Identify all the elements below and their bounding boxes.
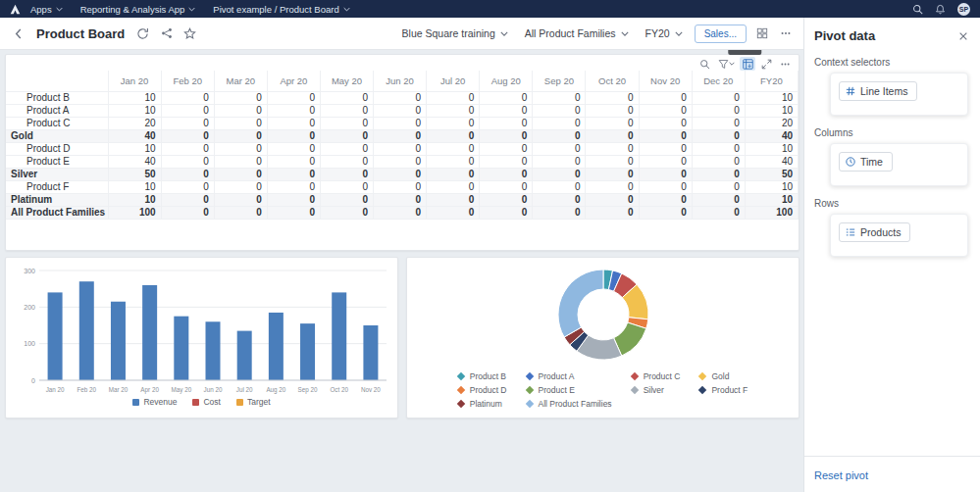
grid-cell[interactable]: 0	[586, 155, 639, 168]
row-header[interactable]: Product A	[6, 104, 108, 117]
grid-cell[interactable]: 0	[374, 155, 427, 168]
grid-cell[interactable]: 0	[320, 117, 373, 129]
grid-cell[interactable]: 0	[320, 104, 373, 117]
grid-cell[interactable]: 0	[692, 168, 745, 180]
grid-cell[interactable]: 0	[692, 206, 745, 219]
legend-item[interactable]: Revenue	[132, 397, 177, 407]
grid-cell[interactable]: 0	[586, 117, 639, 129]
more-icon[interactable]	[777, 25, 794, 42]
grid-cell[interactable]: 0	[427, 206, 480, 219]
grid-cell[interactable]: 0	[161, 180, 214, 193]
grid-cell[interactable]: 0	[161, 168, 214, 180]
column-header[interactable]: Nov 20	[639, 71, 692, 91]
grid-cell[interactable]: 0	[480, 155, 533, 168]
grid-cell[interactable]: 0	[214, 104, 267, 117]
grid-cell[interactable]: 0	[374, 142, 427, 155]
grid-cell[interactable]: 0	[692, 91, 745, 104]
column-header[interactable]: May 20	[320, 71, 373, 91]
grid-cell[interactable]: 40	[108, 155, 161, 168]
grid-cell[interactable]: 20	[108, 117, 161, 129]
grid-cell[interactable]: 0	[267, 91, 320, 104]
grid-cell[interactable]: 0	[320, 206, 373, 219]
grid-cell[interactable]: 10	[108, 91, 161, 104]
grid-cell[interactable]: 0	[374, 104, 427, 117]
legend-item[interactable]: Platinum	[458, 399, 507, 409]
grid-cell[interactable]: 0	[267, 142, 320, 155]
row-header[interactable]: Product E	[6, 155, 108, 168]
grid-cell[interactable]: 0	[427, 129, 480, 142]
grid-cell[interactable]: 10	[745, 91, 798, 104]
legend-item[interactable]: Product F	[699, 385, 748, 395]
grid-cell[interactable]: 0	[586, 129, 639, 142]
grid-cell[interactable]: 0	[480, 193, 533, 206]
grid-cell[interactable]: 0	[214, 142, 267, 155]
grid-cell[interactable]: 0	[586, 168, 639, 180]
grid-cell[interactable]: 0	[214, 155, 267, 168]
grid-cell[interactable]: 0	[374, 168, 427, 180]
grid-cell[interactable]: 0	[533, 104, 586, 117]
grid-cell[interactable]: 0	[427, 91, 480, 104]
rows-dropzone[interactable]: Products	[830, 214, 968, 257]
grid-cell[interactable]: 0	[374, 193, 427, 206]
grid-cell[interactable]: 0	[427, 180, 480, 193]
reset-pivot-link[interactable]: Reset pivot	[814, 469, 868, 481]
grid-cell[interactable]: 0	[533, 129, 586, 142]
grid-cell[interactable]: 0	[692, 155, 745, 168]
grid-cell[interactable]: 0	[427, 117, 480, 129]
legend-item[interactable]: Product C	[632, 371, 681, 381]
more-icon[interactable]	[777, 57, 793, 71]
grid-cell[interactable]: 0	[480, 142, 533, 155]
refresh-icon[interactable]	[134, 25, 151, 42]
column-header[interactable]: Apr 20	[267, 71, 320, 91]
filter-icon[interactable]	[715, 57, 737, 71]
legend-item[interactable]: Product D	[458, 385, 507, 395]
grid-cell[interactable]: 0	[533, 117, 586, 129]
context-selector-products[interactable]: All Product Families	[520, 25, 634, 42]
grid-cell[interactable]: 10	[745, 193, 798, 206]
grid-cell[interactable]: 20	[745, 117, 798, 129]
grid-cell[interactable]: 100	[745, 206, 798, 219]
sales-button[interactable]: Sales...	[695, 25, 747, 43]
grid-cell[interactable]: 0	[480, 168, 533, 180]
grid-cell[interactable]: 0	[374, 129, 427, 142]
grid-cell[interactable]: 0	[214, 117, 267, 129]
grid-cell[interactable]: 0	[639, 180, 692, 193]
grid-cell[interactable]: 0	[586, 91, 639, 104]
column-header[interactable]: FY20	[745, 71, 798, 91]
grid-cell[interactable]: 10	[108, 142, 161, 155]
grid-cell[interactable]: 50	[108, 168, 161, 180]
grid-cell[interactable]: 0	[214, 91, 267, 104]
grid-cell[interactable]: 0	[639, 91, 692, 104]
grid-cell[interactable]: 0	[267, 193, 320, 206]
grid-cell[interactable]: 10	[745, 180, 798, 193]
grid-cell[interactable]: 0	[374, 91, 427, 104]
grid-cell[interactable]: 50	[745, 168, 798, 180]
grid-cell[interactable]: 0	[639, 206, 692, 219]
grid-cell[interactable]: 0	[320, 168, 373, 180]
grid-cell[interactable]: 0	[214, 129, 267, 142]
context-selector-version[interactable]: Blue Square training	[397, 25, 513, 42]
grid-cell[interactable]: 10	[745, 104, 798, 117]
apps-menu[interactable]: Apps	[30, 4, 63, 15]
grid-cell[interactable]: 0	[480, 104, 533, 117]
row-header[interactable]: Gold	[6, 129, 108, 142]
column-header[interactable]: Jul 20	[427, 71, 480, 91]
grid-cell[interactable]: 0	[427, 155, 480, 168]
grid-cell[interactable]: 0	[586, 193, 639, 206]
grid-cell[interactable]: 0	[480, 206, 533, 219]
grid-cell[interactable]: 100	[108, 206, 161, 219]
grid-cell[interactable]: 10	[108, 104, 161, 117]
grid-cell[interactable]: 0	[161, 117, 214, 129]
legend-item[interactable]: Gold	[699, 371, 748, 381]
grid-cell[interactable]: 0	[320, 129, 373, 142]
grid-cell[interactable]: 0	[267, 206, 320, 219]
pivot-icon[interactable]: Pivot	[740, 57, 755, 71]
column-header[interactable]: Mar 20	[214, 71, 267, 91]
grid-cell[interactable]: 40	[108, 129, 161, 142]
legend-item[interactable]: Product E	[527, 385, 612, 395]
legend-item[interactable]: Silver	[632, 385, 681, 395]
column-header[interactable]: Sep 20	[533, 71, 586, 91]
legend-item[interactable]: Product B	[458, 371, 507, 381]
grid-cell[interactable]: 0	[427, 193, 480, 206]
grid-cell[interactable]: 0	[533, 91, 586, 104]
